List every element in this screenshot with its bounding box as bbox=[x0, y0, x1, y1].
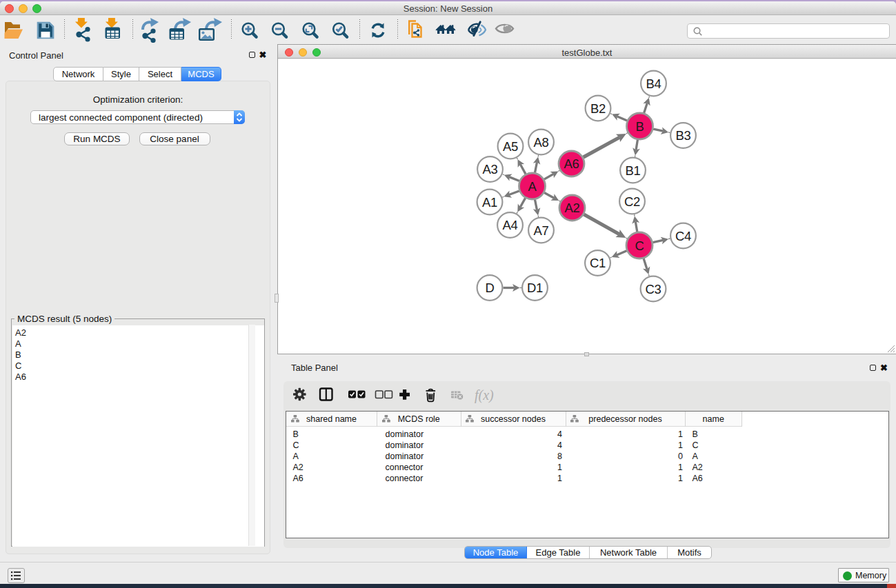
svg-text:C3: C3 bbox=[645, 281, 661, 296]
svg-text:D: D bbox=[485, 281, 494, 295]
svg-text:A2: A2 bbox=[564, 201, 579, 215]
svg-text:C1: C1 bbox=[590, 256, 606, 270]
svg-text:B4: B4 bbox=[646, 76, 661, 90]
svg-text:A8: A8 bbox=[533, 134, 548, 149]
svg-text:A1: A1 bbox=[482, 194, 497, 209]
svg-text:C2: C2 bbox=[624, 194, 640, 208]
svg-text:B3: B3 bbox=[675, 128, 690, 143]
svg-text:B2: B2 bbox=[590, 101, 606, 115]
svg-text:A5: A5 bbox=[503, 139, 518, 153]
svg-text:B1: B1 bbox=[625, 163, 640, 177]
svg-text:C4: C4 bbox=[675, 228, 691, 243]
svg-text:A6: A6 bbox=[564, 156, 579, 171]
svg-text:A4: A4 bbox=[502, 218, 517, 232]
svg-text:D1: D1 bbox=[527, 281, 543, 295]
svg-text:A: A bbox=[528, 179, 537, 193]
svg-text:A3: A3 bbox=[482, 162, 497, 176]
svg-text:f(x): f(x) bbox=[475, 387, 494, 403]
svg-text:B: B bbox=[635, 119, 644, 133]
svg-text:C: C bbox=[635, 238, 644, 252]
svg-text:A7: A7 bbox=[533, 223, 548, 237]
